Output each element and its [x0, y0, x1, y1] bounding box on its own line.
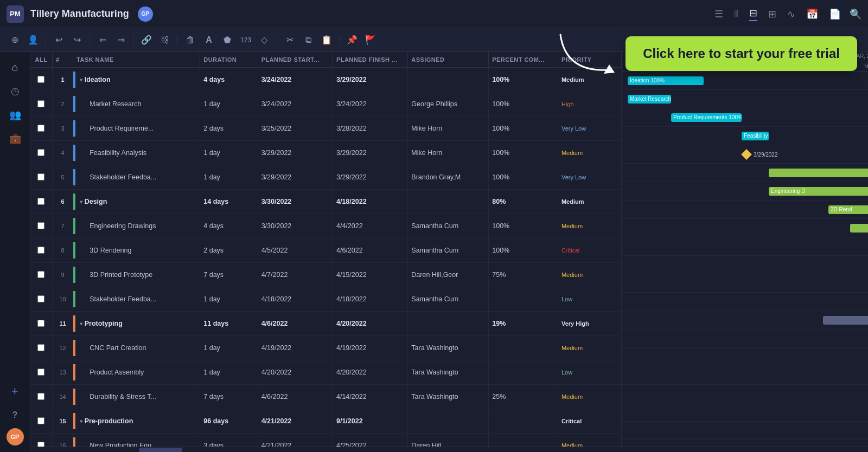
cell-checkbox[interactable]: [30, 312, 52, 336]
copy-button[interactable]: ⧉: [300, 32, 316, 48]
col-percent[interactable]: PERCENT COM...: [489, 52, 558, 68]
cell-taskname[interactable]: ▾ Pre-production: [73, 409, 200, 434]
add-task-button[interactable]: ⊕: [7, 32, 23, 48]
chart-view-icon[interactable]: ∿: [787, 8, 795, 20]
cell-checkbox[interactable]: [30, 68, 52, 92]
number-button[interactable]: 123: [238, 32, 254, 48]
cell-checkbox[interactable]: [30, 92, 52, 117]
pin-button[interactable]: 📌: [344, 32, 360, 48]
cell-checkbox[interactable]: [30, 117, 52, 141]
shape-button[interactable]: ⬟: [219, 32, 235, 48]
cell-start: 4/6/2022: [258, 312, 333, 336]
cell-checkbox[interactable]: [30, 263, 52, 287]
cell-checkbox[interactable]: [30, 360, 52, 385]
sidebar-item-home[interactable]: ⌂: [4, 56, 26, 78]
cell-start: 4/7/2022: [258, 263, 333, 287]
paste-button[interactable]: 📋: [318, 32, 335, 48]
cell-rownum: 13: [52, 360, 73, 385]
cell-start: 3/24/2022: [258, 92, 333, 117]
cell-checkbox[interactable]: [30, 409, 52, 434]
gantt-bar[interactable]: Feasibility Analysis 100% Mike H: [742, 132, 769, 140]
cell-taskname[interactable]: CNC Part Creation: [73, 336, 200, 360]
col-planned-finish[interactable]: PLANNED FINISH ...: [333, 52, 407, 68]
cell-checkbox[interactable]: [30, 165, 52, 190]
cta-button[interactable]: Click here to start your free trial: [626, 52, 857, 71]
sidebar-item-clock[interactable]: ◷: [4, 80, 26, 102]
help-button[interactable]: ?: [4, 404, 26, 426]
col-num[interactable]: #: [52, 52, 73, 68]
cell-checkbox[interactable]: [30, 385, 52, 409]
cut-button[interactable]: ✂: [282, 32, 298, 48]
outdent-button[interactable]: ⇐: [94, 32, 111, 48]
cell-taskname[interactable]: Durability & Stress T...: [73, 385, 200, 409]
column-view-icon[interactable]: ⫴: [734, 8, 738, 20]
col-all[interactable]: ALL: [30, 52, 52, 68]
indent-button[interactable]: ⇒: [113, 32, 129, 48]
gantt-row: 3/29/2022: [622, 145, 868, 164]
text-button[interactable]: A: [201, 32, 217, 48]
col-taskname[interactable]: TASK NAME: [73, 52, 200, 68]
bottom-scrollbar[interactable]: [30, 447, 868, 452]
table-view-icon[interactable]: ⊞: [768, 8, 776, 20]
cell-taskname[interactable]: 3D Rendering: [73, 238, 200, 263]
cell-taskname[interactable]: Product Requireme...: [73, 117, 200, 141]
add-workspace-button[interactable]: +: [4, 380, 26, 402]
cell-checkbox[interactable]: [30, 141, 52, 165]
flag-button[interactable]: 🚩: [362, 32, 379, 48]
gantt-bar[interactable]: Product Requirements 100% Mike H: [671, 113, 742, 122]
cell-priority: Critical: [558, 409, 621, 434]
cell-checkbox[interactable]: [30, 190, 52, 214]
cell-taskname[interactable]: Market Research: [73, 92, 200, 117]
undo-button[interactable]: ↩: [50, 32, 67, 48]
cell-checkbox[interactable]: [30, 214, 52, 238]
doc-view-icon[interactable]: 📄: [829, 8, 841, 20]
link-button[interactable]: 🔗: [138, 32, 155, 48]
cell-checkbox[interactable]: [30, 287, 52, 312]
cell-percent: 19%: [489, 312, 558, 336]
cell-checkbox[interactable]: [30, 434, 52, 447]
user-avatar-sidebar[interactable]: GP: [7, 428, 24, 445]
cell-checkbox[interactable]: [30, 238, 52, 263]
cell-taskname[interactable]: Product Assembly: [73, 360, 200, 385]
cell-start: 4/6/2022: [258, 385, 333, 409]
gantt-bar[interactable]: 3D Rend: [828, 205, 868, 214]
cell-taskname[interactable]: ▾ Design: [73, 190, 200, 214]
col-duration[interactable]: DURATION: [200, 52, 258, 68]
cell-taskname[interactable]: Engineering Drawings: [73, 214, 200, 238]
pm-logo[interactable]: PM: [7, 5, 24, 23]
redo-button[interactable]: ↪: [69, 32, 85, 48]
list-view-icon[interactable]: ☰: [714, 8, 723, 20]
cell-taskname[interactable]: Stakeholder Feedba...: [73, 287, 200, 312]
cell-taskname[interactable]: 3D Printed Prototype: [73, 263, 200, 287]
cell-assigned: Tara Washingto: [408, 385, 489, 409]
gantt-bar[interactable]: Engineering D: [769, 187, 868, 196]
cell-checkbox[interactable]: [30, 336, 52, 360]
gantt-bar[interactable]: [769, 169, 868, 177]
cell-taskname[interactable]: ▾ Prototyping: [73, 312, 200, 336]
cell-rownum: 16: [52, 434, 73, 447]
sidebar-item-people[interactable]: 👥: [4, 104, 26, 126]
cell-rownum: 9: [52, 263, 73, 287]
add-person-button[interactable]: 👤: [25, 32, 41, 48]
gantt-bar[interactable]: [823, 316, 868, 325]
gantt-bar[interactable]: [850, 224, 868, 233]
gantt-view-icon[interactable]: ⊟: [749, 7, 757, 21]
cell-assigned: [408, 68, 489, 92]
calendar-view-icon[interactable]: 📅: [806, 8, 818, 20]
col-planned-start[interactable]: PLANNED START...: [258, 52, 333, 68]
cell-taskname[interactable]: Feasibility Analysis: [73, 141, 200, 165]
diamond-button[interactable]: ◇: [256, 32, 272, 48]
unlink-button[interactable]: ⛓: [157, 32, 173, 48]
gantt-bar[interactable]: Market Research 100% George Phill...: [628, 95, 671, 104]
cell-taskname[interactable]: ▾ Ideation: [73, 68, 200, 92]
cell-taskname[interactable]: New Production Equ...: [73, 434, 200, 447]
sidebar-item-briefcase[interactable]: 💼: [4, 128, 26, 150]
search-icon[interactable]: 🔍: [850, 8, 861, 20]
cell-taskname[interactable]: Stakeholder Feedba...: [73, 165, 200, 190]
col-assigned[interactable]: ASSIGNED: [408, 52, 489, 68]
delete-button[interactable]: 🗑: [182, 32, 199, 48]
cell-start: 3/25/2022: [258, 117, 333, 141]
cell-finish: 4/20/2022: [333, 360, 407, 385]
cell-priority: Low: [558, 360, 621, 385]
avatar[interactable]: GP: [138, 7, 153, 22]
